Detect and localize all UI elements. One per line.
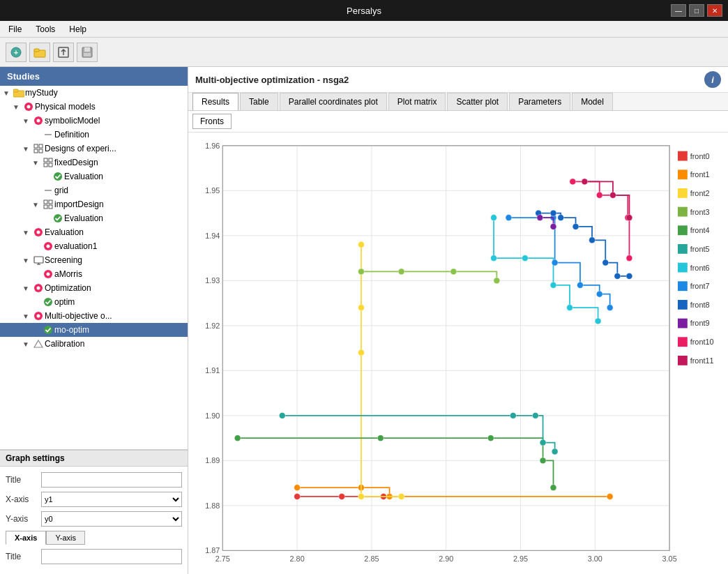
tree-icon-screen-icon xyxy=(32,255,45,266)
sidebar-item-optimization[interactable]: ▼Optimization xyxy=(0,281,188,295)
sidebar-item-symbolicModel[interactable]: ▼symbolicModel xyxy=(0,114,188,128)
tab-scatter[interactable]: Scatter plot xyxy=(447,93,508,110)
y-axis-select[interactable]: y0 y1 y2 xyxy=(41,511,182,527)
menu-help[interactable]: Help xyxy=(66,23,89,36)
svg-text:2.95: 2.95 xyxy=(513,554,528,563)
svg-point-115 xyxy=(596,291,602,297)
toolbar: + xyxy=(0,38,728,67)
sidebar-item-designs[interactable]: ▼Designs of experi... xyxy=(0,142,188,156)
tree-label: Screening xyxy=(45,255,82,265)
svg-text:front0: front0 xyxy=(690,152,710,160)
svg-point-132 xyxy=(610,192,616,198)
svg-point-42 xyxy=(44,326,52,334)
tree-label: Physical models xyxy=(35,102,96,112)
svg-point-90 xyxy=(398,494,404,500)
svg-point-116 xyxy=(607,305,613,311)
svg-text:front2: front2 xyxy=(690,189,710,197)
svg-point-80 xyxy=(339,494,345,500)
sidebar-item-grid[interactable]: grid xyxy=(0,183,188,197)
svg-text:front9: front9 xyxy=(690,319,710,327)
open-button[interactable] xyxy=(29,43,50,62)
svg-point-109 xyxy=(567,305,573,311)
tab-x-axis[interactable]: X-axis xyxy=(6,531,46,545)
sidebar-item-evaluation_top[interactable]: ▼Evaluation xyxy=(0,225,188,239)
title-input[interactable] xyxy=(41,472,182,488)
info-button[interactable]: i xyxy=(704,71,721,88)
svg-rect-7 xyxy=(84,53,91,56)
sidebar-item-calibration[interactable]: ▼Calibration xyxy=(0,337,188,351)
svg-rect-18 xyxy=(39,149,43,153)
new-button[interactable]: + xyxy=(6,43,26,62)
sidebar-item-myStudy[interactable]: ▼myStudy xyxy=(0,86,188,100)
sidebar-item-physicalModels[interactable]: ▼Physical models xyxy=(0,100,188,114)
tree-icon-dash xyxy=(42,185,54,196)
tree-label: evaluation1 xyxy=(54,241,97,251)
svg-text:front3: front3 xyxy=(690,208,710,216)
tab-model[interactable]: Model xyxy=(572,93,613,110)
tab-plot-matrix[interactable]: Plot matrix xyxy=(388,93,446,110)
save-button[interactable] xyxy=(77,43,98,62)
sidebar-item-multiObjective[interactable]: ▼Multi-objective o... xyxy=(0,309,188,323)
tree-label: Calibration xyxy=(45,339,84,349)
tab-results[interactable]: Results xyxy=(192,93,238,110)
svg-text:front5: front5 xyxy=(690,245,710,253)
tab-parameters[interactable]: Parameters xyxy=(509,93,570,110)
svg-point-128 xyxy=(596,192,602,198)
svg-point-94 xyxy=(494,278,500,284)
svg-text:front7: front7 xyxy=(690,282,710,290)
export-button[interactable] xyxy=(53,43,74,62)
minimize-button[interactable]: — xyxy=(671,4,686,17)
svg-point-133 xyxy=(626,215,632,221)
sub-tab-fronts[interactable]: Fronts xyxy=(192,114,232,129)
svg-point-87 xyxy=(358,305,365,311)
svg-point-36 xyxy=(47,273,50,276)
tab-parallel[interactable]: Parallel coordinates plot xyxy=(280,93,387,110)
svg-point-110 xyxy=(595,318,601,324)
svg-point-13 xyxy=(37,119,40,123)
svg-rect-22 xyxy=(49,163,52,167)
sidebar-item-mo-optim[interactable]: mo-optim xyxy=(0,323,188,337)
sidebar-item-aMorris[interactable]: aMorris xyxy=(0,267,188,281)
svg-text:3.00: 3.00 xyxy=(588,554,602,563)
sidebar-item-optim[interactable]: optim xyxy=(0,295,188,309)
new-icon: + xyxy=(10,46,22,59)
x-axis-select[interactable]: y1 y0 y2 xyxy=(41,492,182,507)
tree-toggle: ▼ xyxy=(22,145,32,153)
svg-rect-27 xyxy=(44,205,47,209)
sidebar-item-evaluation2[interactable]: Evaluation xyxy=(0,211,188,225)
svg-point-95 xyxy=(234,435,241,441)
svg-text:front4: front4 xyxy=(690,226,710,234)
menu-file[interactable]: File xyxy=(6,23,24,36)
menu-tools[interactable]: Tools xyxy=(33,23,58,36)
svg-point-123 xyxy=(614,273,621,279)
sidebar-item-screening[interactable]: ▼Screening xyxy=(0,253,188,267)
sidebar-item-definition[interactable]: Definition xyxy=(0,128,188,142)
tree-label: Definition xyxy=(54,130,89,139)
svg-point-120 xyxy=(572,223,579,229)
svg-point-11 xyxy=(27,105,31,109)
svg-rect-19 xyxy=(44,158,47,162)
svg-point-105 xyxy=(491,215,497,221)
svg-point-89 xyxy=(358,494,365,500)
tree-icon-folder xyxy=(13,87,25,98)
svg-text:front11: front11 xyxy=(690,356,714,365)
title-bar: Persalys — □ ✕ xyxy=(0,0,728,21)
sidebar-item-importDesign[interactable]: ▼importDesign xyxy=(0,197,188,211)
tree-icon-gear-red xyxy=(32,115,45,126)
tab-y-axis[interactable]: Y-axis xyxy=(46,531,85,545)
svg-point-99 xyxy=(550,485,556,491)
svg-rect-154 xyxy=(678,337,688,347)
sidebar-item-evaluation1[interactable]: Evaluation xyxy=(0,169,188,183)
maximize-button[interactable]: □ xyxy=(689,4,704,17)
svg-point-131 xyxy=(582,179,588,185)
axis-title-input[interactable] xyxy=(41,549,182,564)
tree-label: grid xyxy=(54,186,68,195)
close-button[interactable]: ✕ xyxy=(707,4,722,17)
sidebar-item-evaluation1_item[interactable]: evaluation1 xyxy=(0,239,188,253)
sidebar-item-fixedDesign[interactable]: ▼fixedDesign xyxy=(0,156,188,169)
svg-point-41 xyxy=(37,315,40,318)
menu-bar: File Tools Help xyxy=(0,21,728,38)
svg-point-91 xyxy=(358,269,365,275)
window-controls: — □ ✕ xyxy=(671,4,722,17)
tab-table[interactable]: Table xyxy=(240,93,278,110)
